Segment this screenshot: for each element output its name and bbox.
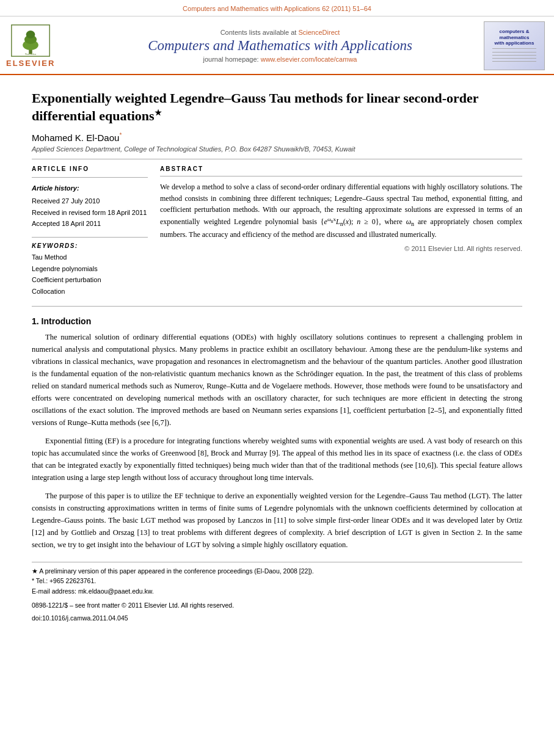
abstract-column: ABSTRACT We develop a method to solve a … (160, 165, 522, 297)
svg-text:Non solus: Non solus (25, 53, 37, 56)
intro-paragraph-3: The purpose of this paper is to utilize … (32, 490, 522, 551)
issn-line: 0898-1221/$ – see front matter © 2011 El… (32, 600, 522, 611)
revised-date: Received in revised form 18 April 2011 (32, 207, 148, 219)
history-label: Article history: (32, 183, 148, 194)
keyword-4: Collocation (32, 286, 148, 297)
header-divider (32, 159, 522, 159)
journal-title-area: Contents lists available at ScienceDirec… (86, 21, 475, 70)
keyword-1: Tau Method (32, 252, 148, 263)
journal-thumbnail: computers &mathematicswith applications (484, 21, 545, 70)
journal-header: Non solus ELSEVIER Contents lists availa… (0, 16, 554, 75)
footnote-asterisk: * Tel.: +965 22623761. (32, 576, 522, 586)
keywords-section: Keywords: Tau Method Legendre polynomial… (32, 237, 148, 297)
intro-paragraph-1: The numerical solution of ordinary diffe… (32, 331, 522, 429)
article-info-column: ARTICLE INFO Article history: Received 2… (32, 165, 148, 297)
sciencedirect-link[interactable]: ScienceDirect (298, 29, 340, 36)
accepted-date: Accepted 18 April 2011 (32, 218, 148, 230)
info-abstract-columns: ARTICLE INFO Article history: Received 2… (32, 165, 522, 297)
received-date: Received 27 July 2010 (32, 195, 148, 207)
doi-line: doi:10.1016/j.camwa.2011.04.045 (32, 613, 522, 623)
abstract-text: We develop a method to solve a class of … (160, 181, 522, 240)
abstract-divider (160, 176, 522, 176)
sciencedirect-notice: Contents lists available at ScienceDirec… (221, 29, 340, 36)
keywords-divider (32, 237, 148, 238)
introduction-heading: 1. Introduction (32, 316, 522, 326)
intro-paragraph-2: Exponential fitting (EF) is a procedure … (32, 435, 522, 484)
keywords-label: Keywords: (32, 242, 148, 249)
svg-point-4 (26, 31, 35, 38)
journal-homepage-link[interactable]: www.elsevier.com/locate/camwa (261, 56, 357, 63)
thumb-title: computers &mathematicswith applications (495, 29, 534, 46)
article-info-header: ARTICLE INFO (32, 165, 148, 172)
info-divider (32, 177, 148, 178)
footnote-area: ★ A preliminary version of this paper ap… (32, 562, 522, 623)
journal-citation-link[interactable]: Computers and Mathematics with Applicati… (183, 5, 371, 12)
journal-thumbnail-area: computers &mathematicswith applications (481, 21, 548, 70)
elsevier-tree-icon: Non solus (9, 24, 53, 57)
elsevier-logo: Non solus ELSEVIER (6, 24, 55, 68)
journal-title: Computers and Mathematics with Applicati… (148, 38, 412, 54)
section-divider (32, 306, 522, 307)
main-content: Exponentially weighted Legendre–Gauss Ta… (0, 75, 554, 636)
author-affiliation: Applied Sciences Department, College of … (32, 145, 522, 153)
elsevier-logo-area: Non solus ELSEVIER (6, 21, 79, 70)
article-history: Article history: Received 27 July 2010 R… (32, 183, 148, 230)
abstract-header: ABSTRACT (160, 165, 522, 172)
keyword-2: Legendre polynomials (32, 263, 148, 275)
elsevier-wordmark: ELSEVIER (6, 59, 55, 68)
keyword-3: Coefficient perturbation (32, 274, 148, 286)
copyright-notice: © 2011 Elsevier Ltd. All rights reserved… (160, 245, 522, 252)
journal-homepage: journal homepage: www.elsevier.com/locat… (203, 56, 357, 63)
footnote-star: ★ A preliminary version of this paper ap… (32, 566, 522, 576)
author-name: Mohamed K. El-Daou* (32, 132, 522, 143)
footnote-email: E-mail address: mk.eldaou@paaet.edu.kw. (32, 586, 522, 597)
article-title: Exponentially weighted Legendre–Gauss Ta… (32, 90, 522, 125)
top-bar: Computers and Mathematics with Applicati… (0, 0, 554, 16)
